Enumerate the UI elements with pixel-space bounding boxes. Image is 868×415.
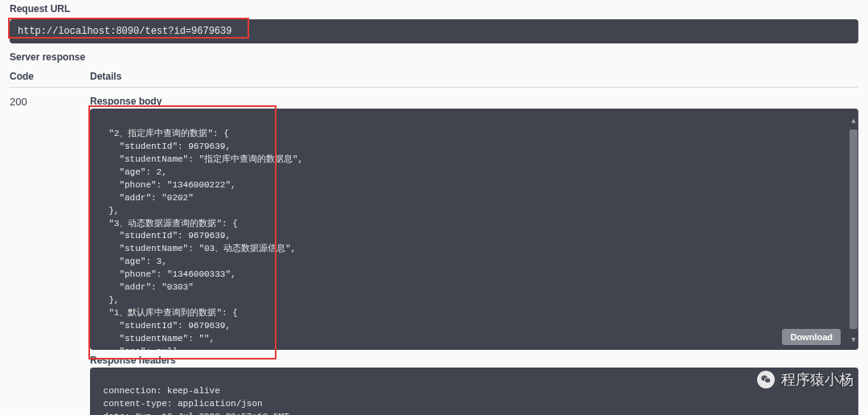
scroll-up-icon[interactable]: ▲	[850, 117, 857, 123]
request-url-value: http://localhost:8090/test?id=9679639	[18, 26, 231, 37]
response-headers-code[interactable]: connection: keep-alive content-type: app…	[90, 368, 858, 415]
response-body-wrapper: "2、指定库中查询的数据": { "studentId": 9679639, "…	[90, 109, 858, 350]
column-header-details: Details	[90, 71, 858, 82]
response-table: Code Details 200 Response body "2、指定库中查询…	[10, 71, 858, 415]
server-response-label: Server response	[10, 51, 858, 63]
response-header-row: Code Details	[10, 71, 858, 88]
status-code: 200	[10, 96, 90, 415]
response-body-code[interactable]: "2、指定库中查询的数据": { "studentId": 9679639, "…	[90, 109, 858, 350]
response-headers-label: Response headers	[90, 355, 858, 366]
download-button[interactable]: Download	[782, 329, 841, 345]
scroll-down-icon[interactable]: ▼	[850, 335, 857, 342]
scrollbar-track[interactable]	[850, 129, 858, 329]
response-data-row: 200 Response body "2、指定库中查询的数据": { "stud…	[10, 96, 858, 415]
response-headers-text: connection: keep-alive content-type: app…	[98, 386, 294, 415]
details-column: Response body "2、指定库中查询的数据": { "studentI…	[90, 96, 858, 415]
response-body-text: "2、指定库中查询的数据": { "studentId": 9679639, "…	[98, 129, 303, 350]
scrollbar[interactable]: ▲ ▼	[849, 113, 858, 345]
request-url-label: Request URL	[10, 3, 858, 14]
request-url-box[interactable]: http://localhost:8090/test?id=9679639	[10, 19, 858, 43]
column-header-code: Code	[10, 71, 90, 82]
response-body-label: Response body	[90, 96, 858, 107]
